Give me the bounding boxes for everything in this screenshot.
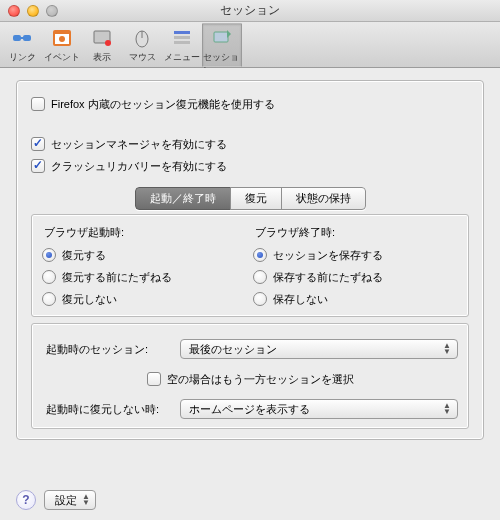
svg-rect-10 <box>174 31 190 34</box>
use-firefox-builtin-checkbox[interactable]: Firefox 内蔵のセッション復元機能を使用する <box>31 93 469 115</box>
toolbar-mouse[interactable]: マウス <box>122 23 162 67</box>
startup-options-group: 起動時のセッション: 最後のセッション ▲▼ 空の場合はもう一方セッションを選択… <box>31 323 469 429</box>
link-icon <box>10 26 34 50</box>
checkbox-label: セッションマネージャを有効にする <box>51 137 227 152</box>
settings-label: 設定 <box>55 493 77 508</box>
checkbox-label: Firefox 内蔵のセッション復元機能を使用する <box>51 97 275 112</box>
toolbar-label: イベント <box>44 51 80 64</box>
bottom-bar: ? 設定 ▲▼ <box>16 490 484 510</box>
toolbar-view[interactable]: 表示 <box>82 23 122 67</box>
chevron-updown-icon: ▲▼ <box>443 343 451 355</box>
chevron-updown-icon: ▲▼ <box>82 494 90 506</box>
toolbar: リンク イベント 表示 マウス メニュー セッション <box>0 22 500 68</box>
traffic-lights <box>8 5 58 17</box>
radio-label: セッションを保存する <box>273 248 383 263</box>
menu-icon <box>170 26 194 50</box>
no-restore-popup[interactable]: ホームページを表示する ▲▼ <box>180 399 458 419</box>
radio-label: 復元する前にたずねる <box>62 270 172 285</box>
startup-session-label: 起動時のセッション: <box>42 342 172 357</box>
tab-preserve-state[interactable]: 状態の保持 <box>281 187 366 210</box>
browser-startup-label: ブラウザ起動時: <box>44 223 247 240</box>
view-icon <box>90 26 114 50</box>
toolbar-menu[interactable]: メニュー <box>162 23 202 67</box>
content: Firefox 内蔵のセッション復元機能を使用する セッションマネージャを有効に… <box>0 68 500 520</box>
shutdown-none-radio[interactable]: 保存しない <box>253 288 458 310</box>
shutdown-ask-radio[interactable]: 保存する前にたずねる <box>253 266 458 288</box>
minimize-button[interactable] <box>27 5 39 17</box>
toolbar-session[interactable]: セッション <box>202 23 242 67</box>
svg-rect-11 <box>174 36 190 39</box>
session-icon <box>210 26 234 50</box>
radio-icon <box>42 270 56 284</box>
radio-icon <box>42 292 56 306</box>
svg-rect-12 <box>174 41 190 44</box>
radio-label: 復元する <box>62 248 106 263</box>
tab-startup-shutdown[interactable]: 起動／終了時 <box>135 187 231 210</box>
event-icon <box>50 26 74 50</box>
close-button[interactable] <box>8 5 20 17</box>
popup-value: 最後のセッション <box>189 342 277 357</box>
startup-shutdown-group: ブラウザ起動時: 復元する 復元する前にたずねる 復元しない <box>31 214 469 317</box>
help-icon: ? <box>22 493 29 507</box>
checkbox-icon <box>31 137 45 151</box>
shutdown-save-radio[interactable]: セッションを保存する <box>253 244 458 266</box>
checkbox-icon <box>147 372 161 386</box>
no-restore-label: 起動時に復元しない時: <box>42 402 172 417</box>
window-title: セッション <box>220 2 280 19</box>
svg-rect-13 <box>214 32 228 42</box>
toolbar-label: マウス <box>129 51 156 64</box>
popup-value: ホームページを表示する <box>189 402 310 417</box>
radio-label: 復元しない <box>62 292 117 307</box>
svg-point-7 <box>105 40 111 46</box>
checkbox-label: クラッシュリカバリーを有効にする <box>51 159 227 174</box>
toolbar-link[interactable]: リンク <box>2 23 42 67</box>
titlebar: セッション <box>0 0 500 22</box>
radio-icon <box>253 270 267 284</box>
enable-crash-recovery-checkbox[interactable]: クラッシュリカバリーを有効にする <box>31 155 469 177</box>
zoom-button[interactable] <box>46 5 58 17</box>
settings-popup-button[interactable]: 設定 ▲▼ <box>44 490 96 510</box>
mouse-icon <box>130 26 154 50</box>
toolbar-label: 表示 <box>93 51 111 64</box>
checkbox-label: 空の場合はもう一方セッションを選択 <box>167 372 354 387</box>
radio-icon <box>253 292 267 306</box>
radio-label: 保存する前にたずねる <box>273 270 383 285</box>
help-button[interactable]: ? <box>16 490 36 510</box>
enable-session-manager-checkbox[interactable]: セッションマネージャを有効にする <box>31 133 469 155</box>
toolbar-label: メニュー <box>164 51 200 64</box>
startup-restore-radio[interactable]: 復元する <box>42 244 247 266</box>
toolbar-label: リンク <box>9 51 36 64</box>
svg-point-5 <box>59 36 65 42</box>
radio-icon <box>42 248 56 262</box>
radio-label: 保存しない <box>273 292 328 307</box>
startup-session-popup[interactable]: 最後のセッション ▲▼ <box>180 339 458 359</box>
fallback-session-checkbox[interactable]: 空の場合はもう一方セッションを選択 <box>147 372 354 387</box>
chevron-updown-icon: ▲▼ <box>443 403 451 415</box>
checkbox-icon <box>31 97 45 111</box>
startup-none-radio[interactable]: 復元しない <box>42 288 247 310</box>
checkbox-icon <box>31 159 45 173</box>
tab-restore[interactable]: 復元 <box>230 187 282 210</box>
browser-shutdown-label: ブラウザ終了時: <box>255 223 458 240</box>
toolbar-event[interactable]: イベント <box>42 23 82 67</box>
main-groupbox: Firefox 内蔵のセッション復元機能を使用する セッションマネージャを有効に… <box>16 80 484 440</box>
radio-icon <box>253 248 267 262</box>
svg-rect-2 <box>18 37 26 39</box>
section-tabs: 起動／終了時 復元 状態の保持 <box>31 187 469 210</box>
startup-ask-radio[interactable]: 復元する前にたずねる <box>42 266 247 288</box>
